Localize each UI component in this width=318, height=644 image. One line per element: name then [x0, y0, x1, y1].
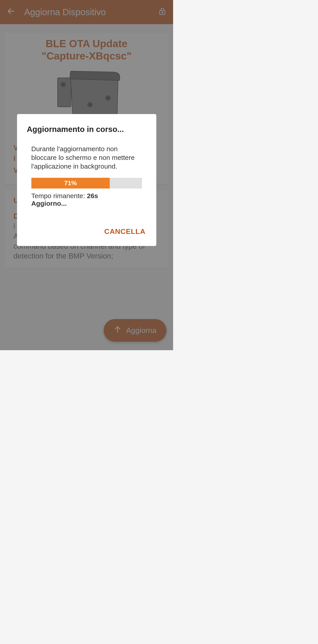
updating-status: Aggiorno...: [31, 200, 142, 207]
dialog-actions: CANCELLA: [27, 225, 146, 238]
modal-overlay: Aggiornamento in corso... Durante l'aggi…: [0, 0, 173, 350]
time-remaining: Tempo rimanente: 26s: [31, 192, 142, 200]
dialog-message: Durante l'aggiornamento non bloccare lo …: [31, 144, 142, 170]
dialog-title: Aggiornamento in corso...: [27, 125, 146, 134]
progress-bar: 71%: [31, 178, 142, 188]
progress-dialog: Aggiornamento in corso... Durante l'aggi…: [17, 114, 156, 246]
progress-fill: 71%: [31, 178, 110, 188]
cancel-button[interactable]: CANCELLA: [103, 225, 146, 238]
